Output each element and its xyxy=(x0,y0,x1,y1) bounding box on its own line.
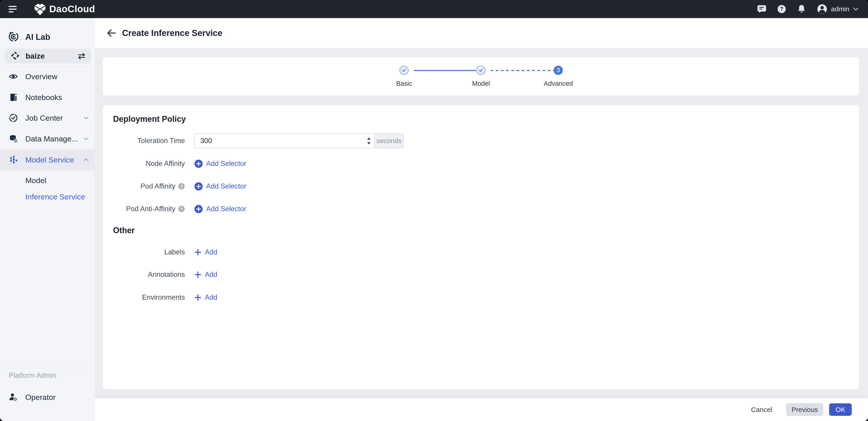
toleration-time-label: Toleration Time xyxy=(103,133,185,148)
brand-mark-icon xyxy=(34,2,46,16)
module-title: AI Lab xyxy=(25,32,50,42)
chat-icon[interactable] xyxy=(757,5,766,13)
add-annotation-button[interactable]: Add xyxy=(194,271,217,279)
avatar-icon[interactable] xyxy=(817,4,827,14)
plus-circle-icon xyxy=(194,160,203,168)
previous-button[interactable]: Previous xyxy=(786,403,823,416)
add-label: Add xyxy=(205,293,217,302)
form-card: Deployment Policy Toleration Time xyxy=(103,105,859,389)
module-header: AI Lab xyxy=(0,30,95,45)
sidebar-item-label: Job Center xyxy=(25,114,63,122)
topbar-right: ? admin xyxy=(746,4,868,14)
annotations-label: Annotations xyxy=(103,267,185,282)
page-header: Create Inference Service xyxy=(95,18,868,48)
environments-row: Environments Add xyxy=(103,290,859,305)
platform-admin-label: Platform Admin xyxy=(9,371,56,380)
sidebar-item-label: Data Manage... xyxy=(25,135,78,143)
spin-down-icon[interactable] xyxy=(367,142,371,144)
question-help-icon[interactable]: ? xyxy=(178,183,185,190)
pod-anti-affinity-row: Pod Anti-Affinity ? Add Selector xyxy=(103,201,859,216)
add-label: Add xyxy=(205,271,217,279)
chevron-down-icon xyxy=(84,137,89,140)
help-icon[interactable]: ? xyxy=(777,4,786,13)
sidebar-item-model-service[interactable]: Model Service xyxy=(0,149,95,170)
sidebar-item-label: Notebooks xyxy=(25,93,62,102)
sidebar-item-model[interactable]: Model xyxy=(0,173,95,188)
back-arrow-icon[interactable] xyxy=(106,28,117,38)
sidebar-item-operator[interactable]: Operator xyxy=(0,390,95,404)
annotations-row: Annotations Add xyxy=(103,267,859,282)
add-selector-label: Add Selector xyxy=(206,205,246,213)
cancel-button[interactable]: Cancel xyxy=(751,406,772,414)
step-basic-label: Basic xyxy=(370,80,438,87)
eye-icon xyxy=(9,72,18,81)
add-label: Add xyxy=(205,248,217,256)
step-basic-indicator[interactable] xyxy=(399,66,409,75)
workspace-name: baize xyxy=(26,52,45,60)
chevron-down-icon[interactable] xyxy=(853,7,859,11)
step-number: 3 xyxy=(557,67,560,74)
label-text: Environments xyxy=(142,293,185,302)
number-input-group: seconds xyxy=(194,133,404,148)
svg-text:?: ? xyxy=(180,184,183,189)
annotations-control: Add xyxy=(194,267,217,282)
chevron-down-icon xyxy=(84,116,89,119)
add-environment-button[interactable]: Add xyxy=(194,293,217,302)
spin-up-icon[interactable] xyxy=(367,137,371,140)
number-spinner xyxy=(366,133,372,148)
sidebar-item-data-management[interactable]: Data Manage... xyxy=(0,132,95,146)
svg-text:?: ? xyxy=(780,6,783,12)
brand-name: DaoCloud xyxy=(49,4,95,15)
hamburger-menu-icon[interactable] xyxy=(8,4,19,13)
sidebar-item-job-center[interactable]: Job Center xyxy=(0,111,95,125)
svg-text:?: ? xyxy=(180,207,183,212)
stepper-card: 3 Basic Model Advanced xyxy=(103,57,859,95)
sidebar-item-label: Model Service xyxy=(25,156,74,164)
pod-affinity-control: Add Selector xyxy=(194,179,246,194)
action-footer: Cancel Previous OK xyxy=(95,398,868,421)
pod-affinity-label: Pod Affinity ? xyxy=(103,179,185,194)
sidebar-divider xyxy=(4,368,90,368)
operator-icon xyxy=(9,393,18,402)
add-selector-button[interactable]: Add Selector xyxy=(194,160,246,168)
label-text: Annotations xyxy=(148,271,185,279)
label-text: Toleration Time xyxy=(137,137,185,145)
topbar: DaoCloud ? xyxy=(0,0,868,18)
labels-control: Add xyxy=(194,245,217,260)
book-icon xyxy=(9,93,18,102)
swap-icon[interactable] xyxy=(77,53,86,60)
labels-label: Labels xyxy=(103,245,185,260)
sidebar-item-inference-service[interactable]: Inference Service xyxy=(0,190,95,204)
check-icon xyxy=(477,66,485,74)
number-input-wrap xyxy=(194,133,375,148)
question-help-icon[interactable]: ? xyxy=(178,205,185,212)
add-selector-button[interactable]: Add Selector xyxy=(194,205,246,213)
node-affinity-label: Node Affinity xyxy=(103,156,185,171)
add-label-button[interactable]: Add xyxy=(194,248,217,256)
unit-addon: seconds xyxy=(374,133,404,148)
stepper-connector-solid xyxy=(414,70,476,71)
sidebar-item-notebooks[interactable]: Notebooks xyxy=(0,90,95,105)
environments-control: Add xyxy=(194,290,217,305)
step-model-indicator[interactable] xyxy=(476,66,486,75)
stepper-connector-dashed xyxy=(491,70,553,71)
pod-anti-affinity-label: Pod Anti-Affinity ? xyxy=(103,201,185,216)
ok-button[interactable]: OK xyxy=(829,403,852,416)
brand[interactable]: DaoCloud xyxy=(34,2,95,16)
toleration-time-input[interactable] xyxy=(194,133,375,148)
user-name[interactable]: admin xyxy=(831,5,849,13)
step-advanced-indicator[interactable]: 3 xyxy=(554,66,563,75)
workspace-icon xyxy=(11,51,20,61)
toleration-time-control: seconds xyxy=(194,133,404,148)
app-window: DaoCloud ? xyxy=(0,0,868,421)
check-icon xyxy=(400,66,408,74)
sidebar: AI Lab baize xyxy=(0,18,95,421)
bell-icon[interactable] xyxy=(797,4,806,13)
ai-lab-icon xyxy=(8,31,19,43)
node-affinity-row: Node Affinity Add Selector xyxy=(103,156,859,171)
plus-icon xyxy=(194,294,202,301)
add-selector-button[interactable]: Add Selector xyxy=(194,182,246,191)
workspace-selector[interactable]: baize xyxy=(4,49,91,63)
sidebar-item-overview[interactable]: Overview xyxy=(0,69,95,84)
chevron-up-icon xyxy=(84,158,89,161)
